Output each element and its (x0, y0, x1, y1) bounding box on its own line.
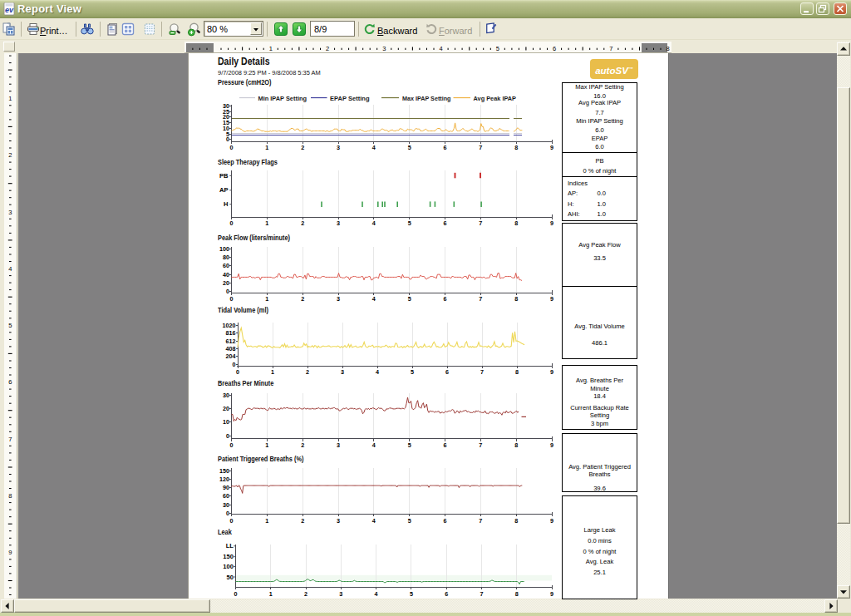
svg-text:6: 6 (445, 590, 448, 598)
svg-text:3: 3 (341, 368, 344, 376)
svg-text:2: 2 (301, 441, 304, 449)
svg-text:3: 3 (337, 144, 340, 151)
svg-text:612: 612 (226, 338, 236, 345)
svg-text:0: 0 (226, 432, 229, 440)
svg-text:7: 7 (479, 295, 482, 303)
svg-text:5: 5 (411, 368, 414, 376)
svg-text:1020: 1020 (223, 322, 236, 329)
svg-text:0: 0 (233, 361, 236, 368)
svg-text:0: 0 (226, 510, 229, 517)
svg-text:PB: PB (219, 172, 229, 180)
svg-text:4: 4 (372, 219, 376, 227)
svg-text:2: 2 (301, 295, 304, 303)
svg-text:8: 8 (515, 368, 519, 376)
svg-text:7: 7 (480, 368, 484, 376)
svg-text:150: 150 (219, 467, 229, 475)
svg-text:4: 4 (372, 441, 376, 449)
svg-text:80: 80 (223, 254, 229, 261)
svg-text:7: 7 (479, 517, 482, 525)
svg-text:1: 1 (265, 219, 268, 227)
svg-text:1: 1 (265, 517, 268, 525)
svg-text:5: 5 (408, 441, 411, 449)
svg-text:1: 1 (265, 295, 268, 303)
svg-text:2: 2 (301, 517, 304, 525)
svg-text:40: 40 (223, 271, 229, 278)
svg-text:8: 8 (514, 295, 518, 303)
svg-text:0: 0 (230, 144, 234, 151)
svg-text:9: 9 (550, 441, 553, 449)
svg-text:0: 0 (226, 288, 229, 295)
svg-text:204: 204 (226, 352, 236, 360)
svg-text:0: 0 (230, 441, 234, 449)
svg-text:1: 1 (271, 368, 274, 376)
svg-text:816: 816 (226, 329, 236, 337)
svg-text:3: 3 (337, 295, 340, 303)
svg-text:20: 20 (223, 405, 229, 412)
svg-text:0: 0 (230, 517, 234, 525)
svg-text:8: 8 (514, 441, 518, 449)
svg-text:8: 8 (514, 144, 518, 151)
svg-text:5: 5 (408, 295, 411, 303)
svg-text:9: 9 (550, 517, 553, 525)
svg-text:4: 4 (372, 295, 376, 303)
svg-text:100: 100 (219, 245, 229, 253)
svg-text:6: 6 (444, 295, 447, 303)
svg-text:1: 1 (265, 441, 268, 449)
svg-text:3: 3 (337, 219, 340, 227)
svg-text:2: 2 (306, 368, 309, 376)
svg-text:6: 6 (445, 368, 449, 376)
svg-text:2: 2 (301, 144, 304, 151)
svg-text:0: 0 (234, 590, 238, 598)
svg-text:100: 100 (223, 563, 234, 570)
svg-text:5: 5 (408, 144, 411, 151)
svg-text:3: 3 (339, 590, 342, 598)
svg-text:2: 2 (301, 219, 304, 227)
svg-text:20: 20 (223, 279, 229, 287)
svg-text:10: 10 (223, 418, 229, 426)
svg-text:60: 60 (223, 262, 229, 269)
svg-text:8: 8 (514, 517, 518, 525)
svg-text:9: 9 (550, 368, 553, 376)
svg-text:1: 1 (269, 590, 273, 598)
svg-text:6: 6 (444, 441, 447, 449)
svg-text:120: 120 (219, 476, 229, 483)
svg-text:7: 7 (479, 219, 482, 227)
svg-text:7: 7 (479, 144, 482, 151)
svg-text:6: 6 (444, 219, 447, 227)
svg-text:3: 3 (337, 441, 340, 449)
svg-text:50: 50 (227, 574, 234, 581)
svg-text:4: 4 (372, 517, 376, 525)
svg-text:60: 60 (223, 492, 229, 500)
svg-text:7: 7 (479, 441, 482, 449)
svg-text:9: 9 (550, 219, 553, 227)
svg-text:30: 30 (223, 392, 229, 399)
svg-text:9: 9 (550, 295, 553, 303)
svg-text:0: 0 (226, 136, 229, 143)
svg-text:30: 30 (223, 501, 229, 509)
svg-text:Min IPAP Setting: Min IPAP Setting (258, 95, 307, 102)
svg-text:8: 8 (514, 219, 518, 227)
svg-text:3: 3 (337, 517, 340, 525)
svg-text:0: 0 (230, 295, 234, 303)
svg-text:Avg Peak IPAP: Avg Peak IPAP (474, 95, 517, 102)
svg-text:4: 4 (376, 368, 379, 376)
svg-text:H: H (224, 200, 228, 208)
svg-text:5: 5 (408, 219, 411, 227)
svg-text:0: 0 (236, 368, 239, 376)
svg-text:2: 2 (304, 590, 307, 598)
svg-text:0: 0 (230, 219, 234, 227)
svg-text:7: 7 (480, 590, 483, 598)
svg-text:6: 6 (444, 517, 447, 525)
svg-text:6: 6 (444, 144, 447, 151)
svg-text:4: 4 (372, 144, 376, 151)
svg-text:5: 5 (410, 590, 413, 598)
svg-text:408: 408 (226, 345, 236, 352)
svg-text:90: 90 (223, 484, 229, 491)
svg-text:5: 5 (408, 517, 411, 525)
svg-text:8: 8 (515, 590, 519, 598)
svg-text:1: 1 (265, 144, 268, 151)
svg-text:9: 9 (550, 144, 553, 151)
svg-text:150: 150 (223, 553, 234, 560)
svg-text:LL: LL (226, 542, 234, 549)
svg-text:Max IPAP Setting: Max IPAP Setting (402, 95, 451, 102)
